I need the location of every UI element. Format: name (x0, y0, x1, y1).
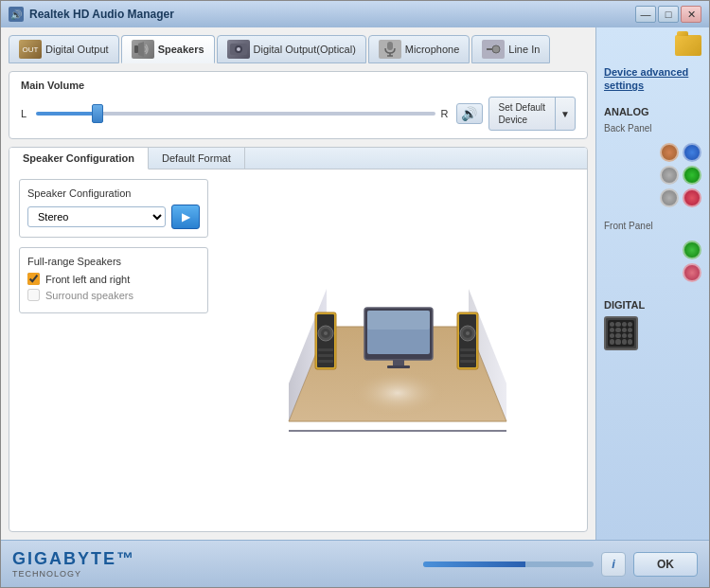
digital-section-title: DIGITAL (604, 299, 701, 311)
svg-rect-28 (460, 360, 475, 363)
tab-microphone-label: Microphone (405, 44, 459, 55)
svg-rect-26 (460, 348, 475, 351)
tab-digital-output-label: Digital Output (45, 44, 109, 55)
left-content: OUT Digital Output Speakers Digital Outp… (1, 27, 595, 540)
connector-rear-speaker[interactable] (683, 188, 701, 207)
connector-front-speaker[interactable] (683, 166, 701, 185)
digital-port[interactable] (604, 316, 638, 350)
speaker-area: Speaker Configuration Default Format Spe… (9, 147, 588, 532)
surround-speakers-row: Surround speakers (27, 289, 200, 301)
fullrange-group: Full-range Speakers Front left and right… (19, 247, 208, 313)
set-default-button[interactable]: Set DefaultDevice ▼ (488, 97, 576, 131)
close-button[interactable]: ✕ (681, 6, 701, 23)
volume-slider[interactable] (36, 104, 435, 123)
tab-digital-output[interactable]: OUT Digital Output (9, 35, 119, 63)
svg-marker-1 (138, 42, 144, 57)
title-bar-controls: — □ ✕ (635, 6, 701, 23)
port-dot-16 (628, 339, 632, 344)
digital-section: DIGITAL (604, 295, 701, 350)
surround-speakers-label: Surround speakers (45, 290, 133, 301)
svg-rect-33 (387, 365, 410, 368)
svg-point-25 (466, 331, 470, 335)
minimize-button[interactable]: — (635, 6, 656, 23)
svg-rect-19 (318, 354, 333, 357)
tab-digital-output-optical[interactable]: Digital Output(Optical) (217, 35, 366, 63)
front-left-right-label: Front left and right (45, 274, 130, 285)
tab-digital-output-optical-label: Digital Output(Optical) (254, 44, 356, 55)
device-advanced-settings-link[interactable]: Device advanced settings (604, 65, 701, 93)
volume-section: Main Volume L R 🔊 Set DefaultDevice ▼ (9, 71, 588, 139)
set-default-dropdown-icon[interactable]: ▼ (556, 105, 575, 123)
surround-speakers-checkbox[interactable] (27, 289, 40, 301)
port-dot-4 (628, 322, 632, 327)
port-dot-6 (615, 328, 620, 332)
folder-icon-container (604, 35, 701, 56)
app-icon: 🔊 (9, 7, 24, 22)
svg-rect-27 (460, 354, 475, 357)
front-left-right-row: Front left and right (27, 273, 200, 285)
back-panel-connectors (604, 143, 701, 207)
select-row: Stereo Quadraphonic 5.1 Speaker 7.1 Spea… (27, 205, 200, 229)
digital-output-optical-icon (227, 40, 250, 59)
speaker-visualization (218, 179, 577, 522)
svg-rect-32 (393, 360, 404, 365)
port-dot-11 (622, 333, 627, 338)
info-button[interactable]: i (601, 552, 626, 577)
connector-mic-in[interactable] (660, 166, 679, 185)
main-layout: OUT Digital Output Speakers Digital Outp… (1, 27, 709, 540)
tab-default-format[interactable]: Default Format (149, 148, 245, 169)
port-dot-12 (628, 333, 632, 338)
connector-side-speaker[interactable] (660, 188, 679, 207)
set-default-label: Set DefaultDevice (489, 98, 556, 130)
folder-icon (675, 35, 701, 56)
ok-button[interactable]: OK (633, 552, 698, 577)
gigabyte-logo: GIGABYTE™ TECHNOLOGY (12, 549, 135, 579)
line-in-icon (482, 40, 505, 59)
connector-front-headphone[interactable] (683, 241, 701, 259)
front-panel-connectors (604, 241, 701, 282)
volume-right-marker: R (441, 108, 451, 119)
digital-port-inner (608, 320, 634, 347)
gigabyte-sub: TECHNOLOGY (12, 569, 135, 579)
port-dot-2 (615, 322, 620, 327)
bottom-right: i OK (423, 552, 698, 577)
port-dot-14 (615, 339, 620, 344)
maximize-button[interactable]: □ (658, 6, 679, 23)
connector-line-in[interactable] (683, 143, 701, 162)
connector-line-out[interactable] (660, 143, 679, 162)
tab-microphone[interactable]: Microphone (368, 35, 470, 63)
volume-row: L R 🔊 Set DefaultDevice ▼ (21, 97, 576, 131)
progress-bar (423, 561, 594, 567)
microphone-icon (379, 40, 401, 59)
gigabyte-brand: GIGABYTE™ (12, 549, 135, 569)
front-left-right-checkbox[interactable] (27, 273, 40, 285)
speakers-icon (132, 40, 154, 59)
volume-label: Main Volume (21, 80, 576, 91)
window-title: Realtek HD Audio Manager (29, 8, 174, 21)
port-dot-3 (622, 322, 627, 327)
svg-rect-31 (367, 311, 430, 330)
volume-slider-thumb[interactable] (92, 104, 103, 123)
digital-output-icon: OUT (19, 40, 42, 59)
right-panel: Device advanced settings ANALOG Back Pan… (595, 27, 709, 540)
tab-speaker-configuration[interactable]: Speaker Configuration (9, 148, 149, 169)
back-panel-subtitle: Back Panel (604, 123, 701, 134)
config-group: Speaker Configuration Stereo Quadraphoni… (19, 179, 208, 238)
tab-speakers[interactable]: Speakers (121, 35, 215, 63)
back-connector-row-1 (604, 143, 701, 162)
front-panel-subtitle: Front Panel (604, 221, 701, 231)
volume-icon-button[interactable]: 🔊 (456, 103, 483, 124)
port-dot-10 (615, 333, 620, 338)
volume-slider-track (36, 112, 435, 116)
title-bar-left: 🔊 Realtek HD Audio Manager (9, 7, 174, 22)
progress-bar-fill (423, 561, 525, 567)
connector-front-mic[interactable] (683, 263, 701, 282)
port-dot-15 (622, 339, 627, 344)
speaker-content: Speaker Configuration Stereo Quadraphoni… (9, 169, 587, 531)
speaker-config-select[interactable]: Stereo Quadraphonic 5.1 Speaker 7.1 Spea… (27, 206, 166, 227)
analog-section-title: ANALOG (604, 106, 701, 117)
speaker-stage-svg (251, 232, 544, 469)
play-test-button[interactable]: ▶ (171, 205, 200, 229)
app-window: 🔊 Realtek HD Audio Manager — □ ✕ OUT Dig… (0, 0, 710, 588)
tab-line-in[interactable]: Line In (471, 35, 550, 63)
